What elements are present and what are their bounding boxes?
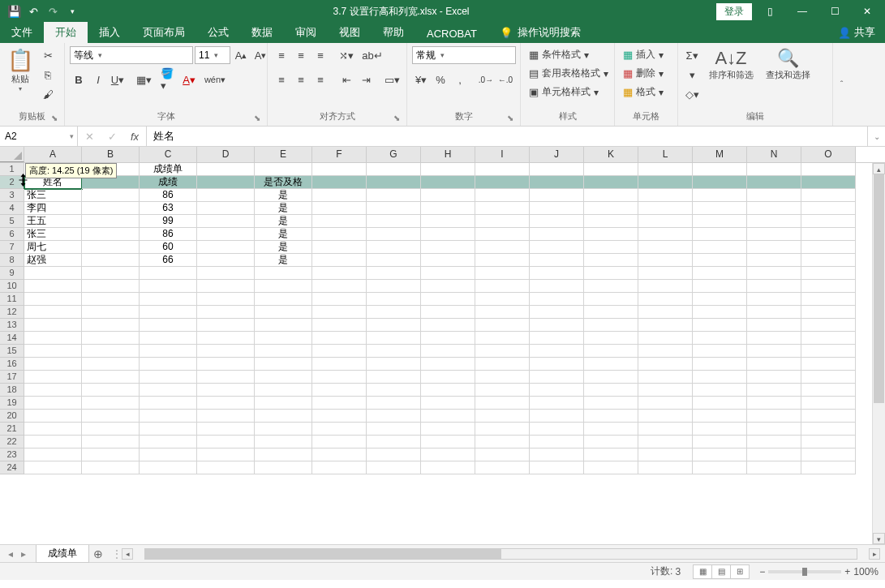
- cell[interactable]: 张三: [24, 228, 82, 241]
- cell[interactable]: [530, 371, 584, 384]
- cell[interactable]: [421, 267, 475, 280]
- cell[interactable]: [312, 384, 367, 397]
- cell[interactable]: [530, 306, 584, 319]
- cell[interactable]: [584, 202, 638, 215]
- ribbon-options-icon[interactable]: ▯: [755, 2, 784, 21]
- maximize-icon[interactable]: ☐: [820, 2, 849, 21]
- cell[interactable]: [24, 306, 82, 319]
- cell[interactable]: [584, 436, 638, 449]
- cell[interactable]: [747, 306, 801, 319]
- cell[interactable]: [421, 332, 475, 345]
- cell[interactable]: 李四: [24, 202, 82, 215]
- cell[interactable]: [530, 423, 584, 436]
- cell[interactable]: 是: [255, 189, 312, 202]
- cell[interactable]: [693, 423, 747, 436]
- row-header[interactable]: 17: [0, 371, 24, 384]
- cell[interactable]: [421, 397, 475, 410]
- cell[interactable]: [801, 228, 856, 241]
- cell[interactable]: [584, 423, 638, 436]
- cell[interactable]: [801, 202, 856, 215]
- cell[interactable]: [312, 267, 367, 280]
- cell[interactable]: [801, 423, 856, 436]
- tell-me-search[interactable]: 💡 操作说明搜索: [488, 22, 592, 43]
- row-header[interactable]: 22: [0, 436, 24, 449]
- cell[interactable]: [530, 384, 584, 397]
- cell[interactable]: [140, 461, 197, 474]
- cell[interactable]: 是: [255, 254, 312, 267]
- cell[interactable]: [747, 254, 801, 267]
- cell[interactable]: [801, 345, 856, 358]
- cell[interactable]: [475, 254, 530, 267]
- cell[interactable]: [255, 332, 312, 345]
- cell[interactable]: [312, 254, 367, 267]
- cell[interactable]: [24, 461, 82, 474]
- cell[interactable]: [801, 436, 856, 449]
- cell[interactable]: 张三: [24, 189, 82, 202]
- spreadsheet-grid[interactable]: ABCDEFGHIJKLMNO 1成绩单高度: 14.25 (19 像素)2姓名…: [0, 147, 885, 544]
- increase-font-icon[interactable]: A▴: [232, 46, 250, 64]
- cell[interactable]: [747, 163, 801, 176]
- cell[interactable]: [693, 241, 747, 254]
- cell[interactable]: [747, 215, 801, 228]
- cell[interactable]: [421, 384, 475, 397]
- cell[interactable]: [693, 267, 747, 280]
- enter-formula-icon[interactable]: ✓: [101, 131, 123, 143]
- hscroll-left-icon[interactable]: ◂: [122, 548, 133, 560]
- cell[interactable]: [82, 332, 140, 345]
- vertical-scrollbar[interactable]: ▴ ▾: [872, 163, 885, 544]
- cell[interactable]: [638, 332, 693, 345]
- cell[interactable]: [584, 449, 638, 461]
- cell[interactable]: [24, 280, 82, 293]
- cell[interactable]: [530, 215, 584, 228]
- cell[interactable]: [367, 449, 421, 461]
- cell[interactable]: [255, 345, 312, 358]
- zoom-value[interactable]: 100%: [853, 566, 879, 577]
- cell[interactable]: [421, 215, 475, 228]
- cell[interactable]: [197, 436, 255, 449]
- cell[interactable]: [693, 228, 747, 241]
- cell[interactable]: [747, 228, 801, 241]
- cell[interactable]: [255, 280, 312, 293]
- cell[interactable]: [421, 358, 475, 371]
- increase-indent-icon[interactable]: ⇥: [357, 71, 375, 88]
- cell[interactable]: [530, 254, 584, 267]
- cell[interactable]: [638, 176, 693, 189]
- cell[interactable]: [584, 410, 638, 423]
- format-cells-button[interactable]: ▦格式▾: [620, 84, 667, 101]
- cell[interactable]: [475, 228, 530, 241]
- row-header[interactable]: 7: [0, 241, 24, 254]
- cell[interactable]: [24, 332, 82, 345]
- row-header[interactable]: 10: [0, 280, 24, 293]
- row-header[interactable]: 12: [0, 306, 24, 319]
- cell[interactable]: [197, 267, 255, 280]
- cell[interactable]: [421, 241, 475, 254]
- italic-icon[interactable]: I: [89, 71, 107, 88]
- row-header[interactable]: 15: [0, 345, 24, 358]
- cell[interactable]: [197, 280, 255, 293]
- zoom-in-icon[interactable]: +: [844, 566, 850, 577]
- cell[interactable]: [312, 202, 367, 215]
- cell[interactable]: [197, 461, 255, 474]
- cell[interactable]: [367, 163, 421, 176]
- cell[interactable]: [801, 189, 856, 202]
- cell[interactable]: [747, 371, 801, 384]
- cell[interactable]: [312, 241, 367, 254]
- tab-home[interactable]: 开始: [44, 22, 88, 43]
- cell[interactable]: [530, 345, 584, 358]
- cut-icon[interactable]: ✂: [39, 46, 57, 64]
- cell[interactable]: [367, 397, 421, 410]
- cell[interactable]: [747, 449, 801, 461]
- cell[interactable]: 王五: [24, 215, 82, 228]
- cell[interactable]: [312, 293, 367, 306]
- cell[interactable]: [367, 384, 421, 397]
- cell[interactable]: [312, 436, 367, 449]
- cell[interactable]: [255, 397, 312, 410]
- border-icon[interactable]: ▦▾: [135, 71, 153, 88]
- fill-color-icon[interactable]: 🪣▾: [161, 71, 178, 88]
- delete-cells-button[interactable]: ▦删除▾: [620, 65, 667, 82]
- cell[interactable]: [82, 449, 140, 461]
- cell[interactable]: [693, 293, 747, 306]
- cell[interactable]: [584, 241, 638, 254]
- cell[interactable]: [82, 202, 140, 215]
- cell[interactable]: [367, 293, 421, 306]
